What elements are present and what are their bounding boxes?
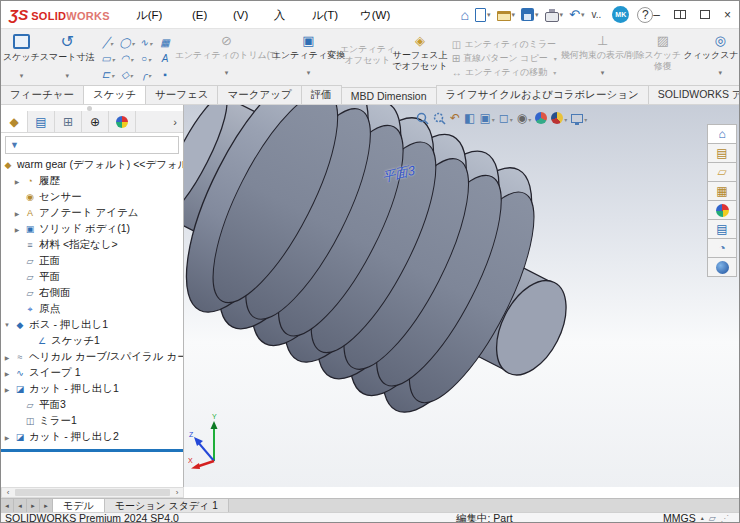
zoom-to-area-button[interactable] — [433, 112, 446, 125]
linear-pattern-button[interactable]: ⊞ 直線パターン コピー — [452, 51, 557, 65]
tree-item-history[interactable]: ▶ ◔ 履歴 — [1, 173, 183, 189]
rectangle-tool[interactable]: ▭ — [98, 50, 117, 66]
slot-tool[interactable]: ⊏ — [98, 66, 117, 82]
display-style-button[interactable]: ◻ — [499, 111, 513, 125]
prev-tab-icon[interactable]: ◄ — [14, 499, 27, 512]
units-caret-icon[interactable]: ▴ — [701, 513, 704, 523]
last-tab-icon[interactable]: ► — [40, 499, 53, 512]
panel-tabs-expand[interactable]: › — [167, 111, 183, 132]
expander-icon[interactable]: ▶ — [1, 370, 13, 377]
polygon-tool[interactable]: ◇ — [117, 66, 136, 82]
tab-surfaces[interactable]: サーフェス — [145, 85, 218, 104]
help-button[interactable]: ? — [637, 7, 653, 23]
edit-appearance-button[interactable] — [535, 112, 547, 124]
tab-markup[interactable]: マークアップ — [217, 85, 301, 104]
search-collapsed[interactable]: v.. — [591, 9, 601, 20]
tree-item-mirror1[interactable]: ◫ ミラー1 — [1, 413, 183, 429]
resources-button[interactable]: ⌂ — [707, 124, 737, 144]
tree-filter-input[interactable] — [23, 138, 178, 152]
custom-properties-button[interactable]: ▤ — [707, 219, 737, 239]
expander-icon[interactable]: ▶ — [11, 226, 23, 233]
new-document-button[interactable]: ▾ — [473, 4, 493, 26]
expander-icon[interactable]: ▶ — [1, 434, 13, 441]
caret-icon[interactable] — [129, 69, 133, 80]
tree-horizontal-scrollbar[interactable]: ‹ › — [1, 487, 184, 498]
close-button[interactable]: × — [724, 9, 731, 21]
caret-icon[interactable] — [110, 69, 114, 80]
tree-item-right-plane[interactable]: ▱ 右側面 — [1, 285, 183, 301]
tree-item-front-plane[interactable]: ▱ 正面 — [1, 253, 183, 269]
caret-icon[interactable] — [20, 64, 24, 82]
section-view-button[interactable]: ◧ — [464, 111, 475, 125]
apply-scene-button[interactable] — [551, 111, 567, 125]
tab-dimxpertmanager[interactable]: ⊕ — [82, 111, 109, 132]
view-orientation-button[interactable]: ▣ — [479, 111, 494, 125]
marketplace-button[interactable] — [707, 257, 737, 277]
scroll-right-icon[interactable]: › — [171, 488, 183, 497]
move-entities-button[interactable]: ↔ エンティティの移動 — [452, 65, 557, 79]
file-explorer-button[interactable]: ▱ — [707, 162, 737, 182]
design-library-button[interactable]: ▤ — [707, 143, 737, 163]
caret-icon[interactable] — [601, 61, 605, 79]
tree-item-annotations[interactable]: ▶ A アノテート アイテム — [1, 205, 183, 221]
units-label[interactable]: MMGS — [663, 513, 696, 523]
tab-motion-study1[interactable]: モーション スタディ 1 — [104, 499, 229, 512]
tree-item-helix-spiral1[interactable]: ▶ ≈ ヘリカル カーブ/スパイラル カーブ 1 — [1, 349, 183, 365]
tree-item-solid-bodies[interactable]: ▶ ▣ ソリッド ボディ(1) — [1, 221, 183, 237]
expander-icon[interactable]: ▶ — [1, 386, 13, 393]
line-tool[interactable]: ╱ — [98, 34, 117, 50]
arc-tool[interactable]: ◠ — [117, 50, 136, 66]
restore-panes-button[interactable] — [674, 10, 686, 19]
mesh-tool[interactable]: ▦ — [155, 34, 174, 50]
tree-item-cut-extrude2[interactable]: ▶ ◪ カット - 押し出し2 — [1, 429, 183, 445]
tree-item-sensors[interactable]: ◉ センサー — [1, 189, 183, 205]
view-settings-button[interactable] — [571, 111, 587, 125]
rollback-bar[interactable] — [1, 449, 183, 452]
appearances-button[interactable] — [707, 200, 737, 220]
quick-snaps-button[interactable]: ◎ クィックスナップ — [685, 31, 740, 87]
caret-icon[interactable] — [307, 61, 311, 79]
user-avatar[interactable]: MK — [612, 6, 629, 23]
caret-icon[interactable]: ▾ — [535, 11, 539, 19]
expander-icon[interactable]: ▶ — [11, 178, 23, 185]
caret-icon[interactable] — [148, 37, 152, 48]
tab-displaymanager[interactable] — [109, 111, 136, 132]
save-button[interactable]: ▾ — [519, 4, 541, 26]
caret-icon[interactable] — [491, 111, 495, 125]
tree-item-top-plane[interactable]: ▱ 平面 — [1, 269, 183, 285]
expander-icon[interactable]: ▶ — [1, 354, 13, 361]
minimize-button[interactable]: – — [653, 9, 660, 21]
ellipse-tool[interactable]: ○ — [136, 50, 155, 66]
caret-icon[interactable]: ▾ — [487, 11, 491, 19]
tab-sketch[interactable]: スケッチ — [83, 85, 146, 104]
caret-icon[interactable] — [548, 53, 557, 63]
caret-icon[interactable] — [147, 53, 151, 64]
hide-show-items-button[interactable]: ◉ — [517, 111, 532, 125]
convert-entities-button[interactable]: ▣ エンティティ変換 — [274, 31, 342, 87]
scrollbar-thumb[interactable] — [15, 489, 170, 496]
previous-view-button[interactable]: ↶ — [450, 111, 460, 125]
expander-icon[interactable]: ▶ — [11, 210, 23, 217]
tree-item-boss-extrude1[interactable]: ▼ ◆ ボス - 押し出し1 — [1, 317, 183, 333]
first-tab-icon[interactable]: ◄ — [1, 499, 14, 512]
caret-icon[interactable] — [129, 53, 133, 64]
tree-item-material[interactable]: ≡ 材料 <指定なし> — [1, 237, 183, 253]
scroll-left-icon[interactable]: ‹ — [2, 488, 14, 497]
tag-icon[interactable]: ▱ — [709, 513, 716, 523]
tab-propertymanager[interactable]: ▤ — [28, 111, 55, 132]
tree-item-sketch1[interactable]: ∠ スケッチ1 — [1, 333, 183, 349]
home-button[interactable]: ⌂ — [459, 4, 471, 26]
display-delete-relations-button[interactable]: ⊥ 幾何拘束の表示/削除 — [561, 31, 645, 87]
tab-lifecycle-collaboration[interactable]: ライフサイクルおよびコラボレーション — [436, 85, 649, 104]
caret-icon[interactable] — [527, 111, 531, 125]
caret-icon[interactable]: ▾ — [560, 11, 564, 19]
forum-button[interactable]: ◔ — [707, 238, 737, 258]
caret-icon[interactable] — [131, 37, 135, 48]
tab-featuremanager[interactable]: ◆ — [1, 111, 28, 132]
maximize-button[interactable] — [700, 10, 710, 19]
zoom-to-fit-button[interactable] — [416, 112, 429, 125]
trim-entities-button[interactable]: ⊘ エンティティのトリム(T) — [178, 31, 274, 87]
tree-item-plane3[interactable]: ▱ 平面3 — [1, 397, 183, 413]
open-button[interactable]: ▾ — [495, 4, 518, 26]
print-button[interactable]: ▾ — [543, 4, 566, 26]
